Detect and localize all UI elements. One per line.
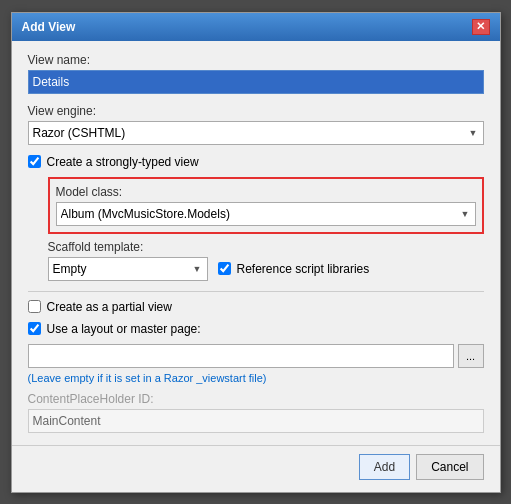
layout-input-row: ... bbox=[28, 344, 484, 368]
dialog-body: View name: View engine: Razor (CSHTML) A… bbox=[12, 41, 500, 445]
button-row: Add Cancel bbox=[12, 445, 500, 492]
close-button[interactable]: ✕ bbox=[472, 19, 490, 35]
divider1 bbox=[28, 291, 484, 292]
partial-view-row: Create as a partial view bbox=[28, 300, 484, 314]
indented-section: Model class: Album (MvcMusicStore.Models… bbox=[28, 177, 484, 281]
strongly-typed-row: Create a strongly-typed view bbox=[28, 155, 484, 169]
content-placeholder-label: ContentPlaceHolder ID: bbox=[28, 392, 484, 406]
title-bar: Add View ✕ bbox=[12, 13, 500, 41]
browse-button[interactable]: ... bbox=[458, 344, 484, 368]
layout-master-checkbox[interactable] bbox=[28, 322, 41, 335]
scaffold-template-label: Scaffold template: bbox=[48, 240, 484, 254]
strongly-typed-label: Create a strongly-typed view bbox=[47, 155, 199, 169]
layout-master-row: Use a layout or master page: bbox=[28, 322, 484, 336]
scaffold-template-select[interactable]: Empty Create Delete Details Edit List bbox=[48, 257, 208, 281]
add-button[interactable]: Add bbox=[359, 454, 410, 480]
cancel-button[interactable]: Cancel bbox=[416, 454, 483, 480]
scaffold-select-wrapper: Empty Create Delete Details Edit List bbox=[48, 257, 208, 281]
model-class-box: Model class: Album (MvcMusicStore.Models… bbox=[48, 177, 484, 234]
add-view-dialog: Add View ✕ View name: View engine: Razor… bbox=[11, 12, 501, 493]
partial-view-checkbox[interactable] bbox=[28, 300, 41, 313]
view-engine-select[interactable]: Razor (CSHTML) ASPX Spark bbox=[28, 121, 484, 145]
reference-scripts-checkbox[interactable] bbox=[218, 262, 231, 275]
dialog-title: Add View bbox=[22, 20, 76, 34]
view-name-label: View name: bbox=[28, 53, 484, 67]
layout-path-input[interactable] bbox=[28, 344, 454, 368]
view-engine-group: View engine: Razor (CSHTML) ASPX Spark bbox=[28, 104, 484, 145]
view-engine-select-wrapper: Razor (CSHTML) ASPX Spark bbox=[28, 121, 484, 145]
strongly-typed-checkbox[interactable] bbox=[28, 155, 41, 168]
scaffold-template-group: Scaffold template: Empty Create Delete D… bbox=[48, 240, 484, 281]
content-placeholder-input[interactable] bbox=[28, 409, 484, 433]
layout-hint: (Leave empty if it is set in a Razor _vi… bbox=[28, 372, 484, 384]
layout-master-label: Use a layout or master page: bbox=[47, 322, 201, 336]
model-class-label: Model class: bbox=[56, 185, 476, 199]
view-name-group: View name: bbox=[28, 53, 484, 94]
view-engine-label: View engine: bbox=[28, 104, 484, 118]
model-class-select[interactable]: Album (MvcMusicStore.Models) bbox=[56, 202, 476, 226]
model-class-select-wrapper: Album (MvcMusicStore.Models) bbox=[56, 202, 476, 226]
partial-view-label: Create as a partial view bbox=[47, 300, 172, 314]
ref-scripts-row: Reference script libraries bbox=[218, 262, 370, 276]
view-name-input[interactable] bbox=[28, 70, 484, 94]
reference-scripts-label: Reference script libraries bbox=[237, 262, 370, 276]
scaffold-row: Empty Create Delete Details Edit List Re… bbox=[48, 257, 484, 281]
